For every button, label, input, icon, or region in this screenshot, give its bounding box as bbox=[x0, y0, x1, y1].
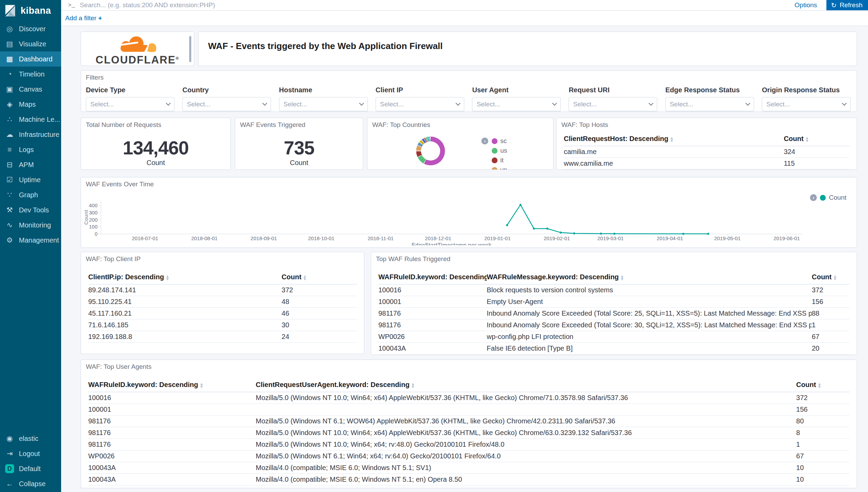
sidebar-item-machine-learning[interactable]: ∴Machine Le... bbox=[0, 112, 61, 127]
infrastructure-icon: ☁ bbox=[5, 130, 14, 139]
legend-item-vn[interactable]: vn bbox=[492, 166, 507, 170]
sidebar-item-elastic[interactable]: ◉elastic bbox=[0, 431, 61, 446]
sidebar-item-uptime[interactable]: ☑Uptime bbox=[0, 172, 61, 187]
data-point[interactable] bbox=[613, 233, 615, 235]
x-tick-label: 2019-05-01 bbox=[714, 235, 741, 241]
column-header[interactable]: Count▴▾ bbox=[282, 270, 357, 284]
discover-icon: ◎ bbox=[5, 25, 14, 33]
x-tick-label: 2018-08-01 bbox=[191, 235, 218, 241]
panel-scrollbar[interactable] bbox=[189, 36, 191, 62]
data-point[interactable] bbox=[519, 204, 522, 206]
data-point[interactable] bbox=[533, 227, 535, 230]
column-header[interactable]: ClientIP.ip: Descending▴▾ bbox=[88, 270, 282, 284]
kibana-logo[interactable]: kibana bbox=[0, 0, 61, 21]
data-point[interactable] bbox=[682, 233, 684, 235]
table-cell: 67 bbox=[812, 331, 849, 343]
search-input[interactable]: Search... (e.g. status:200 AND extension… bbox=[80, 1, 786, 9]
sort-icon[interactable]: ▴▾ bbox=[834, 275, 836, 280]
timelion-icon: ◔ bbox=[5, 70, 14, 78]
sort-icon[interactable]: ▴▾ bbox=[304, 275, 306, 280]
table-cell: 10 bbox=[796, 474, 849, 485]
filter-select-client-ip[interactable]: Select... bbox=[376, 97, 464, 111]
filter-select-country[interactable]: Select... bbox=[182, 97, 271, 111]
legend-collapse-icon[interactable]: › bbox=[481, 138, 488, 144]
column-header[interactable]: Count▴▾ bbox=[796, 378, 849, 392]
y-tick-label: 0 bbox=[95, 231, 98, 237]
legend-item-us[interactable]: us bbox=[492, 147, 507, 154]
column-header[interactable]: Count▴▾ bbox=[812, 270, 849, 284]
sidebar-item-logs[interactable]: ≡Logs bbox=[0, 142, 61, 157]
sidebar-item-infrastructure[interactable]: ☁Infrastructure bbox=[0, 127, 61, 142]
panel-title: WAF: Top Countries bbox=[367, 118, 553, 129]
column-header[interactable]: WAFRuleID.keyword: Descending▴▾ bbox=[378, 270, 487, 284]
top-user-agents-table: WAFRuleID.keyword: Descending▴▾ClientReq… bbox=[88, 378, 849, 485]
filter-select-request-uri[interactable]: Select... bbox=[569, 97, 657, 111]
data-point[interactable] bbox=[546, 227, 548, 230]
table-row: 100016Mozilla/5.0 (Windows NT 10.0; Win6… bbox=[88, 392, 849, 404]
graph-icon: ∵ bbox=[5, 191, 14, 199]
refresh-button[interactable]: ↻ Refresh bbox=[826, 0, 868, 10]
sidebar-item-logout[interactable]: ⇥Logout bbox=[0, 446, 61, 461]
sort-icon[interactable]: ▴▾ bbox=[621, 275, 623, 280]
sidebar-nav: kibana ◎Discover▤Visualize▦Dashboard◔Tim… bbox=[0, 0, 61, 492]
sidebar-item-collapse[interactable]: ←Collapse bbox=[0, 476, 61, 491]
table-cell: 71.6.146.185 bbox=[88, 319, 282, 331]
column-header[interactable]: ClientRequestUserAgent.keyword: Descendi… bbox=[256, 378, 796, 392]
donut-chart[interactable] bbox=[416, 137, 445, 165]
filter-select-origin-response-status[interactable]: Select... bbox=[762, 97, 850, 111]
column-header[interactable]: WAFRuleID.keyword: Descending▴▾ bbox=[88, 378, 256, 392]
y-tick-label: 100 bbox=[89, 224, 98, 230]
sort-icon[interactable]: ▴▾ bbox=[806, 137, 808, 142]
table-row: 100043AMozilla/4.0 (compatible; MSIE 6.0… bbox=[88, 474, 849, 485]
table-cell: Mozilla/5.0 (Windows NT 10.0; Win64; x64… bbox=[256, 439, 796, 450]
data-point[interactable] bbox=[560, 232, 562, 234]
sidebar-item-dashboard[interactable]: ▦Dashboard bbox=[0, 51, 61, 67]
data-point[interactable] bbox=[600, 233, 602, 235]
sidebar-item-management[interactable]: ⚙Management bbox=[0, 233, 61, 248]
table-cell: 100043A bbox=[88, 474, 256, 485]
options-button[interactable]: Options bbox=[786, 1, 826, 9]
dashboard-title: WAF - Events triggered by the Web Applic… bbox=[198, 32, 857, 51]
sort-icon[interactable]: ▴▾ bbox=[167, 275, 169, 280]
sort-icon[interactable]: ▴▾ bbox=[671, 137, 673, 142]
sidebar-item-maps[interactable]: ◈Maps bbox=[0, 97, 61, 112]
filter-select-hostname[interactable]: Select... bbox=[279, 97, 368, 111]
select-placeholder: Select... bbox=[766, 101, 790, 108]
filter-select-user-agent[interactable]: Select... bbox=[472, 97, 561, 111]
data-point[interactable] bbox=[707, 233, 709, 235]
legend-item-it[interactable]: it bbox=[492, 156, 507, 164]
table-cell: Mozilla/4.0 (compatible; MSIE 6.0; Windo… bbox=[256, 474, 796, 485]
table-cell: 981176 bbox=[378, 319, 487, 331]
table-row: 981176Inbound Anomaly Score Exceeded (To… bbox=[378, 308, 849, 319]
sidebar-item-dev-tools[interactable]: ⚒Dev Tools bbox=[0, 202, 61, 218]
legend-item-sc[interactable]: ›sc bbox=[492, 137, 507, 145]
data-point[interactable] bbox=[573, 232, 575, 234]
filter-select-edge-response-status[interactable]: Select... bbox=[665, 97, 754, 111]
add-filter-button[interactable]: Add a filter + bbox=[65, 14, 102, 22]
sidebar-item-default-space[interactable]: DDefault bbox=[0, 461, 61, 476]
sidebar-item-canvas[interactable]: ▣Canvas bbox=[0, 82, 61, 97]
sidebar-item-visualize[interactable]: ▤Visualize bbox=[0, 36, 61, 51]
cloudflare-cloud-icon bbox=[103, 35, 172, 55]
legend-label: sc bbox=[500, 137, 507, 145]
column-header[interactable]: WAFRuleMessage.keyword: Descending▴▾ bbox=[487, 270, 812, 284]
sidebar-item-discover[interactable]: ◎Discover bbox=[0, 21, 61, 36]
events-line-chart[interactable]: 01002003004002018-07-012018-08-012018-09… bbox=[81, 184, 857, 245]
filter-select-device-type[interactable]: Select... bbox=[86, 97, 174, 111]
column-header[interactable]: Count▴▾ bbox=[784, 132, 849, 146]
column-header[interactable]: ClientRequestHost: Descending▴▾ bbox=[564, 132, 784, 146]
sidebar-item-monitoring[interactable]: ∿Monitoring bbox=[0, 218, 61, 233]
table-row: 89.248.174.141372 bbox=[88, 284, 357, 296]
data-point[interactable] bbox=[506, 224, 508, 226]
sort-icon[interactable]: ▴▾ bbox=[201, 383, 203, 388]
column-header-label: Count bbox=[812, 273, 832, 281]
legend-collapse-icon[interactable]: › bbox=[810, 194, 817, 201]
sidebar-item-timelion[interactable]: ◔Timelion bbox=[0, 67, 61, 82]
sort-icon[interactable]: ▴▾ bbox=[412, 383, 414, 388]
sidebar-item-label: Infrastructure bbox=[19, 131, 59, 139]
sidebar-item-graph[interactable]: ∵Graph bbox=[0, 187, 61, 202]
table-row: 981176Mozilla/5.0 (Windows NT 10.0; Win6… bbox=[88, 439, 849, 450]
sidebar-item-apm[interactable]: ⊟APM bbox=[0, 157, 61, 172]
sort-icon[interactable]: ▴▾ bbox=[819, 383, 821, 388]
chart-legend[interactable]: › Count bbox=[810, 194, 846, 201]
